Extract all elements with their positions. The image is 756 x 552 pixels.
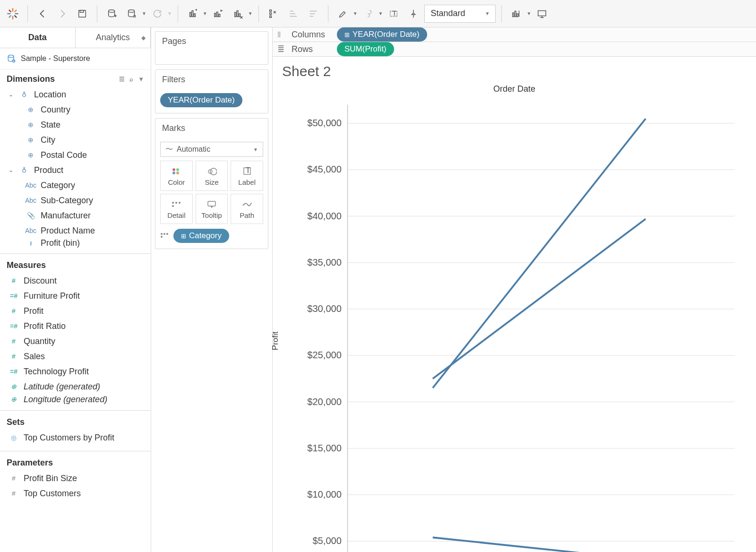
detail-icon — [160, 232, 170, 240]
number-icon: # — [9, 353, 19, 360]
highlight-button[interactable]: ▼ — [334, 5, 358, 23]
plus-box-icon: ⊞ — [344, 31, 350, 38]
new-worksheet-button[interactable]: ▼ — [184, 5, 207, 23]
pages-card[interactable]: Pages — [155, 31, 268, 65]
param-profit-bin[interactable]: #Profit Bin Size — [0, 471, 151, 486]
fit-dropdown[interactable]: Standard ▼ — [424, 5, 496, 23]
string-icon: Abc — [26, 197, 36, 204]
svg-rect-26 — [239, 14, 241, 17]
meas-latitude[interactable]: ⊕Latitude (generated) — [0, 379, 151, 394]
pause-updates-button[interactable]: ▼ — [123, 5, 146, 23]
meas-sales[interactable]: #Sales — [0, 349, 151, 364]
dim-profit-bin[interactable]: ⫾Profit (bin) — [0, 238, 151, 248]
back-button[interactable] — [34, 5, 52, 23]
svg-point-59 — [179, 202, 180, 204]
dim-product-name[interactable]: AbcProduct Name — [0, 223, 151, 238]
svg-point-64 — [166, 233, 168, 235]
mark-size[interactable]: Size — [196, 161, 228, 191]
number-icon: # — [9, 337, 19, 345]
parameters-header: Parameters — [0, 453, 151, 471]
meas-longitude[interactable]: ⊕Longitude (generated) — [0, 394, 151, 405]
svg-rect-31 — [269, 16, 271, 17]
sort-desc-button[interactable] — [304, 5, 322, 23]
save-button[interactable] — [73, 5, 91, 23]
tab-data[interactable]: Data — [0, 27, 76, 48]
dim-group-location[interactable]: ⌄ ♁ Location — [0, 87, 151, 102]
calc-icon: =# — [9, 368, 19, 375]
mark-path[interactable]: Path — [231, 194, 263, 224]
show-me-button[interactable]: ▼ — [507, 5, 531, 23]
mark-detail[interactable]: Detail — [160, 194, 193, 224]
svg-text:$10,000: $10,000 — [307, 489, 342, 500]
pin-button[interactable] — [404, 5, 422, 23]
svg-rect-61 — [208, 201, 215, 206]
svg-rect-29 — [269, 9, 271, 11]
dim-state[interactable]: ⊕State — [0, 117, 151, 132]
meas-discount[interactable]: #Discount — [0, 273, 151, 288]
dimensions-tree: ⌄ ♁ Location ⊕Country ⊕State ⊕City ⊕Post… — [0, 87, 151, 251]
mark-color[interactable]: Color — [160, 161, 193, 191]
svg-point-50 — [176, 168, 179, 171]
presentation-button[interactable] — [533, 5, 551, 23]
sort-asc-button[interactable] — [284, 5, 302, 23]
chart-area[interactable]: Order Date Profit $0$5,000$10,000$15,000… — [273, 81, 756, 552]
dim-manufacturer[interactable]: 📎Manufacturer — [0, 208, 151, 223]
svg-point-58 — [175, 202, 177, 204]
duplicate-sheet-button[interactable] — [209, 5, 227, 23]
tab-analytics[interactable]: Analytics◆ — [76, 27, 151, 48]
svg-text:$45,000: $45,000 — [307, 164, 342, 174]
svg-text:$25,000: $25,000 — [307, 350, 342, 360]
dim-country[interactable]: ⊕Country — [0, 102, 151, 117]
dim-sub-category[interactable]: AbcSub-Category — [0, 193, 151, 208]
string-icon: Abc — [26, 227, 36, 234]
columns-shelf[interactable]: ⦀Columns ⊞YEAR(Order Date) — [273, 27, 756, 42]
new-datasource-button[interactable] — [103, 5, 121, 23]
rows-pill-profit[interactable]: SUM(Profit) — [337, 42, 394, 56]
mark-tooltip[interactable]: Tooltip — [196, 194, 228, 224]
meas-furniture-profit[interactable]: =#Furniture Profit — [0, 288, 151, 303]
svg-text:$5,000: $5,000 — [312, 535, 342, 546]
number-icon: # — [9, 490, 19, 497]
swap-button[interactable] — [265, 5, 283, 23]
dim-category[interactable]: AbcCategory — [0, 178, 151, 193]
globe-icon: ⊕ — [26, 136, 36, 144]
dim-city[interactable]: ⊕City — [0, 132, 151, 147]
refresh-button[interactable]: ▼ — [148, 5, 172, 23]
dim-postal-code[interactable]: ⊕Postal Code — [0, 147, 151, 163]
show-labels-button[interactable]: T — [385, 5, 403, 23]
svg-text:$15,000: $15,000 — [307, 443, 342, 453]
string-icon: Abc — [26, 181, 36, 189]
clear-sheet-button[interactable]: ▼ — [229, 5, 253, 23]
group-button[interactable]: ▼ — [360, 5, 383, 23]
filters-card[interactable]: Filters YEAR(Order Date) — [155, 69, 268, 113]
forward-button[interactable] — [53, 5, 71, 23]
set-icon: ◎ — [9, 434, 19, 441]
columns-pill-year[interactable]: ⊞YEAR(Order Date) — [337, 27, 427, 42]
svg-line-4 — [9, 9, 11, 12]
marks-type-dropdown[interactable]: 〜Automatic ▼ — [160, 142, 263, 157]
set-top-customers[interactable]: ◎Top Customers by Profit — [0, 430, 151, 445]
dim-group-product[interactable]: ⌄ ♁ Product — [0, 163, 151, 178]
line-type-icon: 〜 — [165, 145, 173, 153]
meas-profit[interactable]: #Profit — [0, 303, 151, 319]
svg-rect-25 — [237, 10, 238, 17]
filter-pill-year[interactable]: YEAR(Order Date) — [160, 93, 242, 107]
meas-quantity[interactable]: #Quantity — [0, 334, 151, 349]
marks-card[interactable]: Marks 〜Automatic ▼ Color Size TLabel Det… — [155, 118, 268, 249]
detail-icon — [171, 199, 181, 209]
list-view-icon[interactable]: ☰ — [119, 76, 125, 83]
menu-caret-icon[interactable]: ▼ — [138, 76, 144, 83]
meas-profit-ratio[interactable]: =#Profit Ratio — [0, 319, 151, 334]
sets-header: Sets — [0, 413, 151, 430]
tableau-logo[interactable] — [4, 5, 22, 23]
rows-shelf[interactable]: ≣Rows SUM(Profit) — [273, 42, 756, 57]
globe-icon: ⊕ — [26, 106, 36, 113]
mark-label[interactable]: TLabel — [231, 161, 263, 191]
meas-technology-profit[interactable]: =#Technology Profit — [0, 364, 151, 379]
search-icon[interactable]: ⌕ — [129, 76, 133, 83]
detail-pill-category[interactable]: ⊞Category — [173, 229, 229, 243]
svg-point-65 — [161, 236, 163, 238]
param-top-customers[interactable]: #Top Customers — [0, 486, 151, 501]
datasource-row[interactable]: Sample - Superstore — [0, 48, 151, 69]
sheet-title[interactable]: Sheet 2 — [273, 57, 756, 81]
